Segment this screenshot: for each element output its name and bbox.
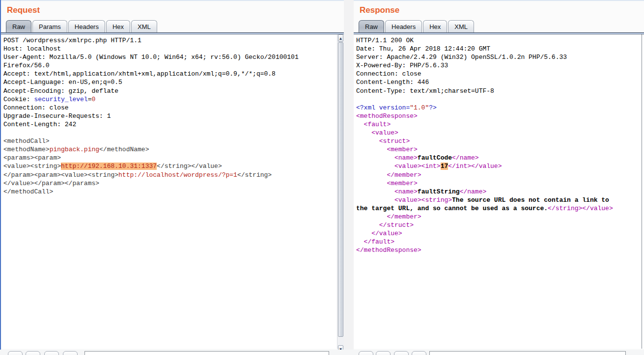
- tab-params[interactable]: Params: [32, 20, 67, 32]
- code-line: POST /wordpresss/xmlrpc.php HTTP/1.1: [3, 36, 336, 45]
- panel-divider: [344, 0, 354, 350]
- code-line: User-Agent: Mozilla/5.0 (Windows NT 10.0…: [3, 53, 336, 61]
- code-line: <?xml version="1.0"?>: [356, 104, 641, 112]
- request-editor-wrap: POST /wordpresss/xmlrpc.php HTTP/1.1Host…: [1, 34, 344, 349]
- code-line: <member>: [356, 145, 641, 154]
- code-line: </param><param><value><string>http://loc…: [3, 171, 336, 179]
- request-search-button-4[interactable]: [63, 351, 78, 355]
- code-line: Cookie: security_level=0: [3, 95, 336, 104]
- code-line: X-Powered-By: PHP/5.6.33: [356, 61, 641, 70]
- code-line: </struct>: [356, 221, 641, 229]
- response-tabs: RawHeadersHexXML: [354, 19, 644, 32]
- code-line: the target URL, and so cannot be used as…: [356, 204, 641, 213]
- search-footer: [0, 350, 644, 355]
- response-search-button-2[interactable]: [376, 351, 391, 355]
- request-search-button-2[interactable]: [26, 351, 40, 355]
- code-line: Content-Type: text/xml;charset=UTF-8: [356, 87, 641, 95]
- tab-raw[interactable]: Raw: [6, 20, 31, 32]
- code-line: </member>: [356, 213, 641, 221]
- tab-hex[interactable]: Hex: [106, 20, 130, 32]
- code-line: Server: Apache/2.4.29 (Win32) OpenSSL/1.…: [356, 53, 641, 61]
- request-panel-title: Request: [1, 1, 344, 19]
- code-line: </value>: [356, 229, 641, 238]
- code-line: Date: Thu, 26 Apr 2018 12:44:20 GMT: [356, 45, 641, 53]
- request-search-input[interactable]: [84, 351, 329, 355]
- scrollbar-thumb[interactable]: [338, 42, 343, 337]
- response-search-button-1[interactable]: [359, 351, 373, 355]
- request-panel: Request RawParamsHeadersHexXML POST /wor…: [1, 1, 344, 350]
- code-line: </value></param></params>: [3, 179, 336, 188]
- code-line: Content-Length: 242: [3, 120, 336, 129]
- code-line: Accept-Encoding: gzip, deflate: [3, 87, 336, 95]
- code-line: <value><string>http://192.168.10.31:1337…: [3, 162, 336, 170]
- code-line: Connection: close: [356, 70, 641, 78]
- response-editor-wrap: HTTP/1.1 200 OKDate: Thu, 26 Apr 2018 12…: [354, 34, 644, 349]
- code-line: </member>: [356, 171, 641, 179]
- request-tabs: RawParamsHeadersHexXML: [1, 19, 344, 32]
- code-line: Accept-Language: en-US,en;q=0.5: [3, 78, 336, 86]
- tab-xml[interactable]: XML: [448, 20, 474, 32]
- code-line: Host: localhost: [3, 45, 336, 53]
- code-line: [3, 129, 336, 137]
- response-panel-title: Response: [354, 1, 644, 19]
- tab-headers[interactable]: Headers: [385, 20, 422, 32]
- response-editor[interactable]: HTTP/1.1 200 OKDate: Thu, 26 Apr 2018 12…: [354, 34, 642, 349]
- code-line: </fault>: [356, 238, 641, 246]
- code-line: <methodResponse>: [356, 112, 641, 120]
- code-line: <fault>: [356, 120, 641, 129]
- code-line: Firefox/56.0: [3, 61, 336, 70]
- code-line: </methodResponse>: [356, 246, 641, 254]
- code-line: <value>: [356, 129, 641, 137]
- scroll-up-arrow-icon[interactable]: ▲: [338, 34, 343, 42]
- code-line: <value><string>The source URL does not c…: [356, 196, 641, 204]
- tab-hex[interactable]: Hex: [423, 20, 447, 32]
- tab-raw[interactable]: Raw: [359, 20, 384, 32]
- code-line: <name>faultString</name>: [356, 188, 641, 196]
- code-line: <name>faultCode</name>: [356, 154, 641, 162]
- code-line: Content-Length: 446: [356, 78, 641, 86]
- code-line: <methodCall>: [3, 137, 336, 145]
- code-line: <methodName>pingback.ping</methodName>: [3, 145, 336, 154]
- request-search-button-3[interactable]: [44, 351, 59, 355]
- code-line: HTTP/1.1 200 OK: [356, 36, 641, 45]
- code-line: Connection: close: [3, 104, 336, 112]
- response-search-input[interactable]: [429, 351, 626, 355]
- code-line: <value><int>17</int></value>: [356, 162, 641, 170]
- code-line: Accept: text/html,application/xhtml+xml,…: [3, 70, 336, 78]
- code-line: </methodCall>: [3, 188, 336, 196]
- tab-headers[interactable]: Headers: [68, 20, 105, 32]
- request-search-button-1[interactable]: [8, 351, 23, 355]
- code-line: [356, 95, 641, 104]
- response-search-button-4[interactable]: [412, 351, 426, 355]
- request-editor[interactable]: POST /wordpresss/xmlrpc.php HTTP/1.1Host…: [1, 34, 337, 349]
- code-line: <member>: [356, 179, 641, 188]
- response-search-button-3[interactable]: [394, 351, 409, 355]
- request-vertical-scrollbar[interactable]: ▲ ▼: [337, 34, 344, 349]
- response-panel: Response RawHeadersHexXML HTTP/1.1 200 O…: [354, 1, 644, 350]
- code-line: <struct>: [356, 137, 641, 145]
- tab-xml[interactable]: XML: [131, 20, 157, 32]
- code-line: Upgrade-Insecure-Requests: 1: [3, 112, 336, 120]
- code-line: <params><param>: [3, 154, 336, 162]
